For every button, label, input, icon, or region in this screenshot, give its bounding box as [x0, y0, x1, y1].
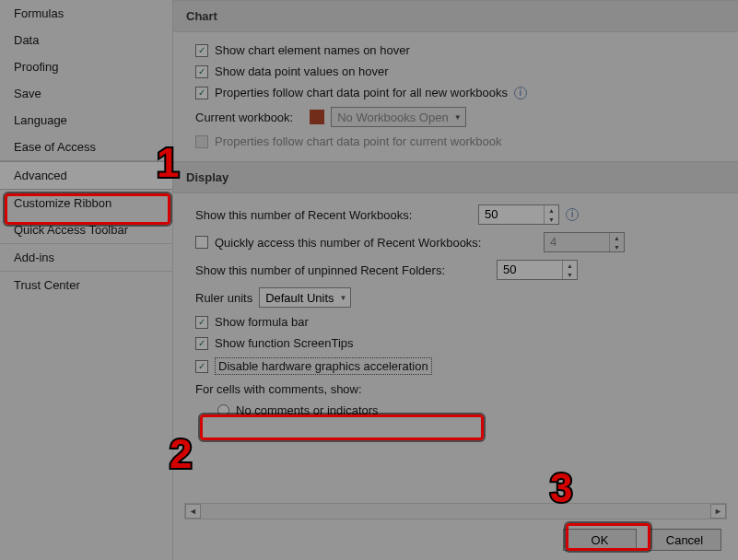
info-icon[interactable]: i	[566, 208, 579, 221]
label-ruler-units: Ruler units	[195, 291, 252, 305]
section-header-chart: Chart	[173, 0, 738, 32]
sidebar-item-language[interactable]: Language	[0, 107, 172, 134]
label-props-follow-current: Properties follow chart data point for c…	[215, 134, 501, 148]
label-show-formula-bar: Show formula bar	[215, 315, 309, 329]
spinner-recent-folders[interactable]: 50 ▲▼	[497, 260, 578, 280]
scroll-left-icon[interactable]: ◄	[185, 504, 201, 519]
checkbox-show-formula-bar[interactable]: ✓	[195, 316, 208, 329]
combo-current-workbook-value: No Workbooks Open	[337, 111, 448, 124]
label-quick-access: Quickly access this number of Recent Wor…	[215, 236, 537, 250]
spinner-up-icon: ▲	[610, 233, 624, 242]
spinner-quick-access: 4 ▲▼	[544, 232, 625, 252]
chevron-down-icon: ▼	[340, 294, 347, 302]
excel-icon	[310, 110, 324, 124]
combo-ruler-units[interactable]: Default Units ▼	[259, 287, 351, 308]
options-main-pane: Chart ✓ Show chart element names on hove…	[173, 0, 738, 560]
label-recent-folders: Show this number of unpinned Recent Fold…	[195, 263, 490, 277]
label-props-follow-new: Properties follow chart data point for a…	[215, 86, 508, 99]
dialog-footer: OK Cancel	[563, 529, 721, 551]
combo-ruler-units-value: Default Units	[265, 291, 334, 305]
spinner-recent-workbooks-value: 50	[479, 205, 544, 224]
spinner-recent-workbooks[interactable]: 50 ▲▼	[478, 204, 559, 225]
scroll-right-icon[interactable]: ►	[710, 504, 726, 519]
spinner-down-icon[interactable]: ▼	[545, 215, 558, 224]
sidebar-item-proofing[interactable]: Proofing	[0, 53, 172, 80]
info-icon[interactable]: i	[514, 87, 527, 99]
spinner-up-icon[interactable]: ▲	[545, 205, 558, 215]
label-disable-hw-accel: Disable hardware graphics acceleration	[215, 357, 432, 375]
sidebar-item-data[interactable]: Data	[0, 27, 172, 53]
section-header-display: Display	[173, 161, 738, 193]
checkbox-show-chart-element-names[interactable]: ✓	[195, 44, 208, 57]
options-dialog: Formulas Data Proofing Save Language Eas…	[0, 0, 738, 560]
sidebar-item-quick-access-toolbar[interactable]: Quick Access Toolbar	[0, 216, 172, 244]
spinner-down-icon: ▼	[610, 242, 624, 251]
checkbox-props-follow-new[interactable]: ✓	[195, 87, 208, 99]
label-show-screentips: Show function ScreenTips	[215, 336, 354, 350]
ok-button[interactable]: OK	[563, 529, 637, 551]
spinner-up-icon[interactable]: ▲	[563, 261, 577, 270]
label-recent-workbooks: Show this number of Recent Workbooks:	[195, 208, 472, 222]
horizontal-scrollbar[interactable]: ◄ ►	[184, 503, 727, 519]
sidebar-item-customize-ribbon[interactable]: Customize Ribbon	[0, 190, 172, 216]
chevron-down-icon: ▼	[454, 113, 462, 122]
checkbox-props-follow-current	[195, 135, 208, 148]
sidebar-item-formulas[interactable]: Formulas	[0, 0, 172, 27]
sidebar-item-save[interactable]: Save	[0, 80, 172, 107]
cancel-button[interactable]: Cancel	[648, 529, 721, 551]
combo-current-workbook[interactable]: No Workbooks Open ▼	[331, 107, 465, 127]
label-show-data-point-values: Show data point values on hover	[215, 64, 389, 78]
checkbox-quick-access[interactable]	[195, 236, 208, 249]
label-no-comments: No comments or indicators	[236, 403, 379, 417]
sidebar-item-trust-center[interactable]: Trust Center	[0, 272, 172, 298]
sidebar-item-add-ins[interactable]: Add-ins	[0, 244, 172, 272]
sidebar-item-ease-of-access[interactable]: Ease of Access	[0, 134, 172, 161]
spinner-down-icon[interactable]: ▼	[563, 270, 577, 279]
spinner-quick-access-value: 4	[545, 233, 609, 251]
checkbox-show-screentips[interactable]: ✓	[195, 337, 208, 350]
label-show-chart-element-names: Show chart element names on hover	[215, 43, 410, 57]
label-comments: For cells with comments, show:	[195, 382, 362, 396]
spinner-recent-folders-value: 50	[498, 261, 562, 279]
category-sidebar: Formulas Data Proofing Save Language Eas…	[0, 0, 173, 560]
sidebar-item-advanced[interactable]: Advanced	[0, 161, 172, 190]
radio-no-comments[interactable]	[217, 404, 229, 416]
label-current-workbook: Current workbook:	[195, 111, 293, 124]
checkbox-show-data-point-values[interactable]: ✓	[195, 65, 208, 78]
checkbox-disable-hw-accel[interactable]: ✓	[195, 360, 208, 373]
